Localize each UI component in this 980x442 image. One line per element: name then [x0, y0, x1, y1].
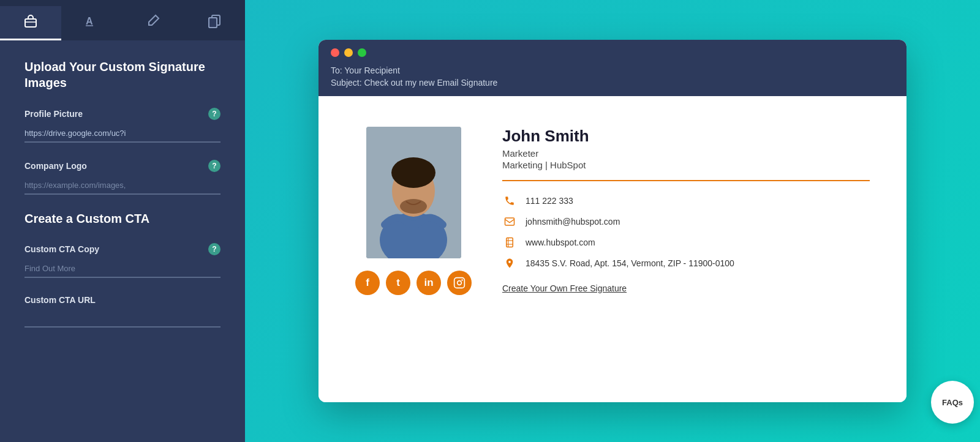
sig-website-value: www.hubspot.com [526, 238, 595, 247]
sidebar: A Upload Your Custom Signatur [0, 0, 245, 442]
signature-right: John Smith Marketer Marketing | HubSpot … [502, 127, 870, 294]
svg-rect-16 [507, 238, 513, 247]
tab-bar: A [0, 0, 245, 40]
window-controls [331, 48, 366, 57]
svg-rect-6 [209, 18, 217, 28]
sig-contact-list: 111 222 333 johnsmith@hubspot.com [502, 193, 870, 271]
main-content: To: Your Recipient Subject: Check out my… [245, 0, 980, 442]
email-to: To: Your Recipient [331, 66, 400, 75]
cta-copy-group: Custom CTA Copy ? [24, 243, 221, 278]
website-icon [502, 235, 517, 250]
tab-briefcase[interactable] [0, 6, 61, 40]
svg-point-13 [458, 281, 462, 285]
cta-copy-label: Custom CTA Copy [24, 244, 99, 254]
cta-copy-help-icon[interactable]: ? [208, 243, 221, 255]
sig-website: www.hubspot.com [502, 235, 870, 250]
profile-picture-label: Profile Picture [24, 109, 83, 119]
pen-icon [146, 13, 160, 31]
window-close-btn[interactable] [331, 48, 339, 57]
company-logo-label: Company Logo [24, 161, 87, 171]
svg-text:A: A [86, 16, 93, 26]
email-window: To: Your Recipient Subject: Check out my… [318, 40, 907, 402]
company-logo-input[interactable] [24, 177, 221, 195]
company-logo-help-icon[interactable]: ? [208, 160, 221, 172]
social-icons-row: f t in [355, 271, 472, 295]
svg-rect-12 [454, 278, 465, 288]
svg-point-10 [391, 157, 435, 188]
company-logo-group: Company Logo ? [24, 160, 221, 195]
briefcase-icon [23, 13, 38, 31]
sig-address-value: 18435 S.V. Road, Apt. 154, Vermont, ZIP … [526, 258, 734, 268]
svg-point-20 [508, 261, 511, 263]
svg-point-14 [461, 279, 463, 281]
signature-left: f t in [355, 127, 472, 295]
svg-rect-15 [505, 218, 514, 225]
sig-phone-value: 111 222 333 [526, 196, 573, 206]
company-logo-label-row: Company Logo ? [24, 160, 221, 172]
section-title: Upload Your Custom Signature Images [24, 59, 221, 91]
email-titlebar: To: Your Recipient Subject: Check out my… [318, 40, 907, 96]
cta-copy-input[interactable] [24, 260, 221, 278]
cta-copy-label-row: Custom CTA Copy ? [24, 243, 221, 255]
cta-title: Create a Custom CTA [24, 212, 221, 226]
email-icon [502, 214, 517, 229]
sig-company: Marketing | HubSpot [502, 160, 870, 170]
profile-picture-help-icon[interactable]: ? [208, 108, 221, 120]
window-minimize-btn[interactable] [344, 48, 353, 57]
sidebar-content: Upload Your Custom Signature Images Prof… [0, 40, 245, 442]
profile-picture-input[interactable] [24, 125, 221, 143]
tab-text[interactable]: A [61, 6, 123, 40]
profile-photo [366, 127, 461, 258]
copy-icon [207, 13, 222, 31]
linkedin-icon[interactable]: in [417, 271, 441, 295]
faqs-button[interactable]: FAQs [931, 381, 974, 424]
profile-picture-group: Profile Picture ? [24, 108, 221, 143]
text-format-icon: A [85, 13, 99, 31]
phone-icon [502, 193, 517, 208]
sig-phone: 111 222 333 [502, 193, 870, 208]
location-icon [502, 256, 517, 271]
facebook-icon[interactable]: f [355, 271, 380, 295]
signature-card: f t in John Smith [355, 127, 870, 295]
svg-point-11 [400, 199, 427, 214]
sig-email-value: johnsmith@hubspot.com [526, 217, 620, 227]
sig-title: Marketer [502, 148, 870, 159]
svg-rect-0 [25, 19, 36, 27]
profile-picture-label-row: Profile Picture ? [24, 108, 221, 120]
sig-divider [502, 180, 870, 181]
sig-name: John Smith [502, 127, 870, 146]
sig-email: johnsmith@hubspot.com [502, 214, 870, 229]
sig-address: 18435 S.V. Road, Apt. 154, Vermont, ZIP … [502, 256, 870, 271]
instagram-icon[interactable] [447, 271, 472, 295]
sig-cta-link[interactable]: Create Your Own Free Signature [502, 283, 627, 293]
email-body: f t in John Smith [318, 96, 907, 402]
tab-pen[interactable] [123, 6, 184, 40]
cta-url-label: Custom CTA URL [24, 295, 96, 305]
email-subject: Subject: Check out my new Email Signatur… [331, 78, 497, 88]
twitter-icon[interactable]: t [386, 271, 410, 295]
cta-url-input[interactable] [24, 310, 221, 328]
cta-url-group: Custom CTA URL [24, 295, 221, 328]
cta-url-label-row: Custom CTA URL [24, 295, 221, 305]
tab-copy[interactable] [184, 6, 245, 40]
window-maximize-btn[interactable] [358, 48, 366, 57]
